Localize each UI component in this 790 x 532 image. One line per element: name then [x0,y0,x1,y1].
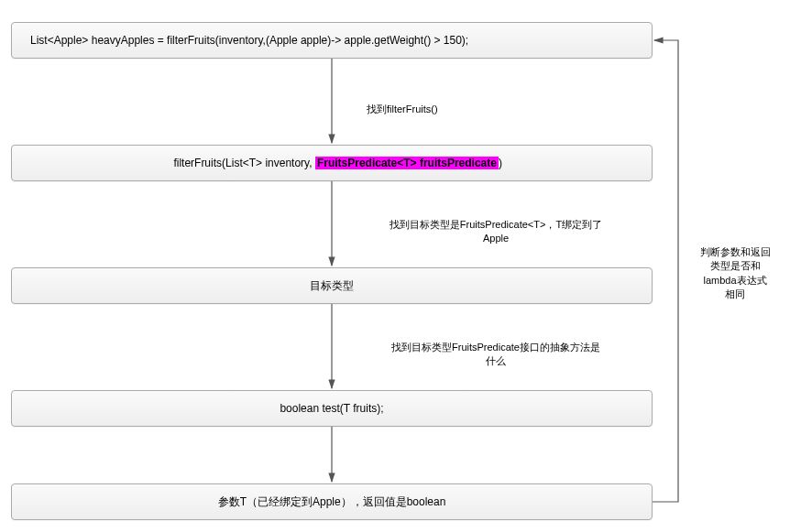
edge-label-find-filterfruits: 找到filterFruits() [367,103,605,116]
sig-suffix: ) [499,157,502,169]
edge-label-back-check: 判断参数和返回 类型是否和 lambda表达式 相同 [686,245,785,302]
node-lambda-call: List<Apple> heavyApples = filterFruits(i… [11,22,653,59]
arrows-overlay [0,0,790,532]
node-param-return: 参数T（已经绑定到Apple），返回值是boolean [11,483,653,520]
node-param-return-text: 参数T（已经绑定到Apple），返回值是boolean [21,494,642,510]
node-filterfruits-signature-text: filterFruits(List<T> inventory, FruitsPr… [21,144,642,182]
node-test-method: boolean test(T fruits); [11,390,653,427]
node-target-type: 目标类型 [11,267,653,304]
node-test-method-text: boolean test(T fruits); [21,402,642,415]
node-filterfruits-signature: filterFruits(List<T> inventory, FruitsPr… [11,145,653,181]
sig-prefix: filterFruits(List<T> inventory, [173,157,315,169]
edge-n5-n1-back [653,40,678,502]
edge-label-find-target-type: 找到目标类型是FruitsPredicate<T>，T绑定到了 Apple [363,218,629,246]
edge-label-find-abstract-method: 找到目标类型FruitsPredicate接口的抽象方法是 什么 [363,341,629,369]
node-target-type-text: 目标类型 [21,278,642,294]
node-lambda-call-text: List<Apple> heavyApples = filterFruits(i… [21,34,642,47]
sig-highlight: FruitsPredicate<T> fruitsPredicate [315,157,499,169]
